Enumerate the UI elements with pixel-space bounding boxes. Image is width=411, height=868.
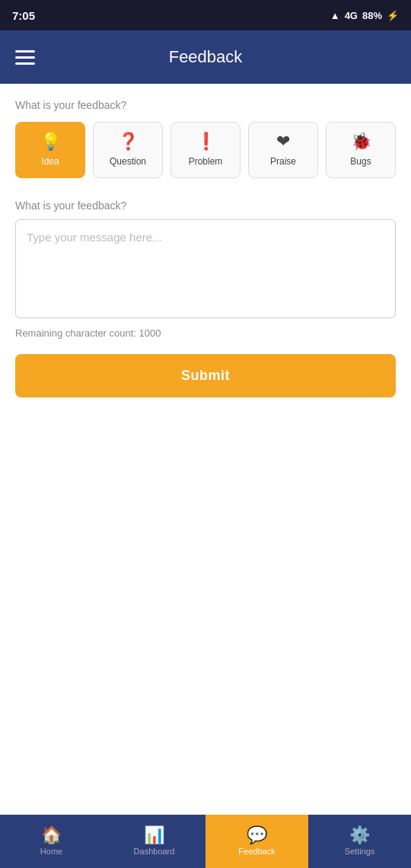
status-time: 7:05 — [12, 9, 35, 22]
battery-icon: ⚡ — [387, 10, 399, 21]
feedback-type-bugs[interactable]: 🐞 Bugs — [326, 122, 396, 178]
feedback-icon: 💬 — [247, 827, 267, 844]
problem-label: Problem — [189, 156, 223, 167]
question-icon: ❓ — [118, 133, 139, 150]
message-section: What is your feedback? Remaining charact… — [15, 199, 396, 339]
problem-icon: ❗ — [196, 133, 216, 150]
page-title: Feedback — [169, 47, 243, 67]
settings-icon: ⚙️ — [349, 827, 370, 844]
status-indicators: ▲ 4G 88% ⚡ — [330, 10, 399, 21]
praise-icon: ❤ — [276, 133, 290, 150]
nav-item-feedback[interactable]: 💬 Feedback — [206, 815, 308, 868]
bugs-label: Bugs — [350, 156, 371, 167]
main-content: What is your feedback? 💡 Idea ❓ Question… — [0, 84, 411, 815]
char-count: Remaining character count: 1000 — [15, 327, 396, 339]
feedback-type-section: What is your feedback? 💡 Idea ❓ Question… — [15, 99, 396, 178]
feedback-type-question[interactable]: ❓ Question — [93, 122, 163, 178]
settings-label: Settings — [345, 847, 375, 856]
feedback-type-buttons: 💡 Idea ❓ Question ❗ Problem ❤ Praise 🐞 B… — [15, 122, 396, 178]
feedback-type-idea[interactable]: 💡 Idea — [15, 122, 85, 178]
feedback-type-problem[interactable]: ❗ Problem — [170, 122, 241, 178]
dashboard-label: Dashboard — [134, 847, 175, 856]
battery-level: 88% — [362, 10, 382, 21]
app-header: Feedback — [0, 30, 411, 84]
bugs-icon: 🐞 — [351, 133, 371, 150]
menu-button[interactable] — [15, 50, 35, 65]
idea-label: Idea — [41, 156, 59, 167]
status-bar: 7:05 ▲ 4G 88% ⚡ — [0, 0, 411, 30]
feedback-label: Feedback — [238, 847, 275, 856]
home-icon: 🏠 — [41, 827, 62, 844]
feedback-type-label: What is your feedback? — [15, 99, 396, 111]
praise-label: Praise — [270, 156, 296, 167]
home-label: Home — [40, 847, 62, 856]
nav-item-dashboard[interactable]: 📊 Dashboard — [103, 815, 206, 868]
network-type: 4G — [345, 10, 358, 21]
message-label: What is your feedback? — [15, 199, 396, 212]
dashboard-icon: 📊 — [144, 827, 164, 844]
nav-item-settings[interactable]: ⚙️ Settings — [308, 815, 411, 868]
signal-icon: ▲ — [330, 10, 340, 21]
message-input[interactable] — [15, 219, 396, 318]
bottom-nav: 🏠 Home 📊 Dashboard 💬 Feedback ⚙️ Setting… — [0, 815, 411, 868]
submit-button[interactable]: Submit — [15, 354, 396, 397]
idea-icon: 💡 — [40, 133, 61, 150]
question-label: Question — [110, 156, 146, 167]
feedback-type-praise[interactable]: ❤ Praise — [248, 122, 318, 178]
nav-item-home[interactable]: 🏠 Home — [0, 815, 103, 868]
